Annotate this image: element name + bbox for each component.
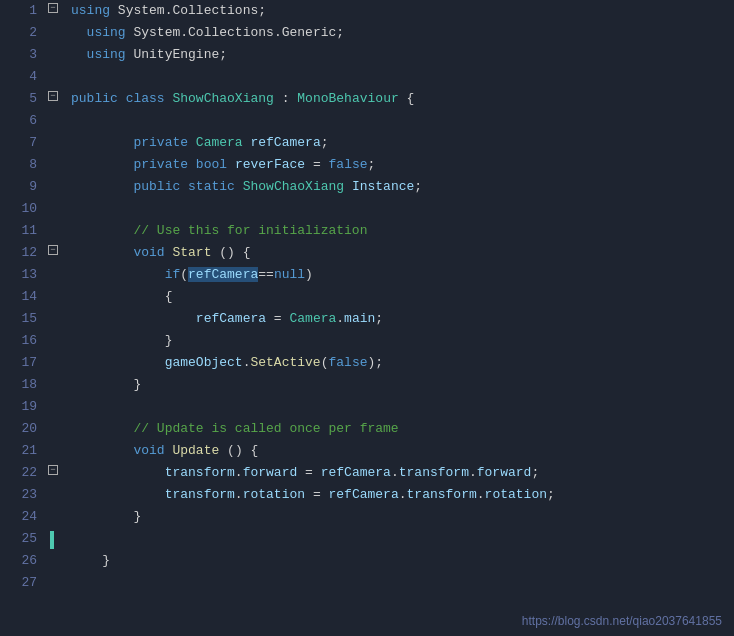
code-line-1: using System.Collections; bbox=[71, 0, 734, 22]
ln-10: 10 bbox=[0, 198, 45, 220]
ln-6: 6 bbox=[0, 110, 45, 132]
code-content: using System.Collections; using System.C… bbox=[67, 0, 734, 636]
fold-5[interactable]: − bbox=[48, 91, 58, 101]
fold-21[interactable]: − bbox=[48, 465, 58, 475]
ln-21: 21 bbox=[0, 440, 45, 462]
ln-15: 15 bbox=[0, 308, 45, 330]
ln-5: 5 bbox=[0, 88, 45, 110]
ln-25: 25 bbox=[0, 528, 45, 550]
ln-1: 1 bbox=[0, 0, 45, 22]
code-line-9: public static ShowChaoXiang Instance; bbox=[71, 176, 734, 198]
ln-3: 3 bbox=[0, 44, 45, 66]
code-line-5: public class ShowChaoXiang : MonoBehavio… bbox=[71, 88, 734, 110]
code-line-14: { bbox=[71, 286, 734, 308]
ln-18: 18 bbox=[0, 374, 45, 396]
code-line-7: private Camera refCamera; bbox=[71, 132, 734, 154]
gutter: − − − − bbox=[45, 0, 67, 636]
ln-24: 24 bbox=[0, 506, 45, 528]
ln-14: 14 bbox=[0, 286, 45, 308]
ln-26: 26 bbox=[0, 550, 45, 572]
code-line-11: // Use this for initialization bbox=[71, 220, 734, 242]
watermark: https://blog.csdn.net/qiao2037641855 bbox=[522, 614, 722, 628]
code-line-27 bbox=[71, 572, 734, 594]
code-line-4 bbox=[71, 66, 734, 88]
ln-19: 19 bbox=[0, 396, 45, 418]
code-line-17: gameObject.SetActive(false); bbox=[71, 352, 734, 374]
code-line-20: // Update is called once per frame bbox=[71, 418, 734, 440]
fold-12[interactable]: − bbox=[48, 245, 58, 255]
ln-11: 11 bbox=[0, 220, 45, 242]
line-numbers: 1 2 3 4 5 6 7 8 9 10 11 12 13 14 15 16 1… bbox=[0, 0, 45, 636]
code-line-2: using System.Collections.Generic; bbox=[71, 22, 734, 44]
ln-2: 2 bbox=[0, 22, 45, 44]
code-line-24: } bbox=[71, 506, 734, 528]
ln-27: 27 bbox=[0, 572, 45, 594]
ln-13: 13 bbox=[0, 264, 45, 286]
code-line-13: if(refCamera==null) bbox=[71, 264, 734, 286]
code-line-8: private bool reverFace = false; bbox=[71, 154, 734, 176]
code-line-22: transform.forward = refCamera.transform.… bbox=[71, 462, 734, 484]
code-line-15: refCamera = Camera.main; bbox=[71, 308, 734, 330]
ln-17: 17 bbox=[0, 352, 45, 374]
ln-16: 16 bbox=[0, 330, 45, 352]
ln-12: 12 bbox=[0, 242, 45, 264]
ln-8: 8 bbox=[0, 154, 45, 176]
ln-20: 20 bbox=[0, 418, 45, 440]
code-line-21: void Update () { bbox=[71, 440, 734, 462]
code-line-19 bbox=[71, 396, 734, 418]
code-line-6 bbox=[71, 110, 734, 132]
code-line-18: } bbox=[71, 374, 734, 396]
ln-7: 7 bbox=[0, 132, 45, 154]
code-editor: 1 2 3 4 5 6 7 8 9 10 11 12 13 14 15 16 1… bbox=[0, 0, 734, 636]
code-line-3: using UnityEngine; bbox=[71, 44, 734, 66]
code-line-26: } bbox=[71, 550, 734, 572]
ln-9: 9 bbox=[0, 176, 45, 198]
ln-23: 23 bbox=[0, 484, 45, 506]
code-line-16: } bbox=[71, 330, 734, 352]
green-bar-25 bbox=[50, 531, 54, 549]
code-line-25 bbox=[71, 528, 734, 550]
ln-4: 4 bbox=[0, 66, 45, 88]
code-line-23: transform.rotation = refCamera.transform… bbox=[71, 484, 734, 506]
code-area: 1 2 3 4 5 6 7 8 9 10 11 12 13 14 15 16 1… bbox=[0, 0, 734, 636]
code-line-10 bbox=[71, 198, 734, 220]
ln-22: 22 bbox=[0, 462, 45, 484]
fold-1[interactable]: − bbox=[48, 3, 58, 13]
code-line-12: void Start () { bbox=[71, 242, 734, 264]
